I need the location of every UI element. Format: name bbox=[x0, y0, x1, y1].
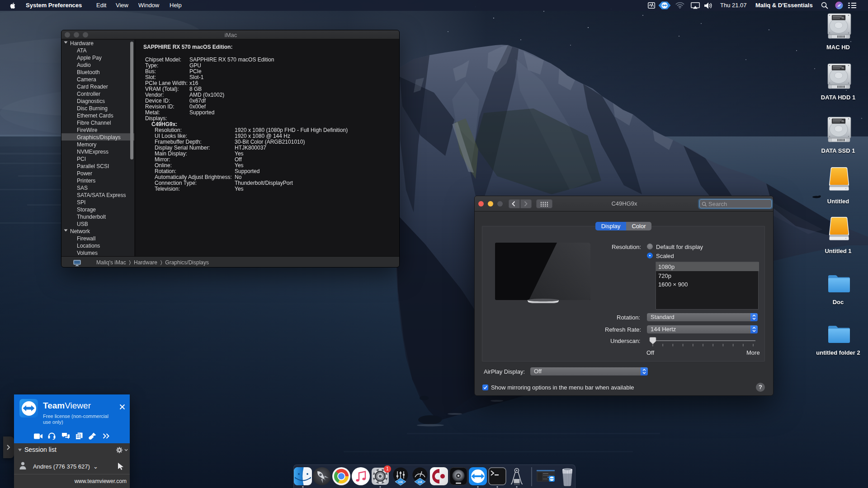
svg-text:1: 1 bbox=[386, 466, 389, 471]
svg-text:UA: UA bbox=[418, 480, 422, 483]
svg-text:UA: UA bbox=[398, 480, 403, 483]
